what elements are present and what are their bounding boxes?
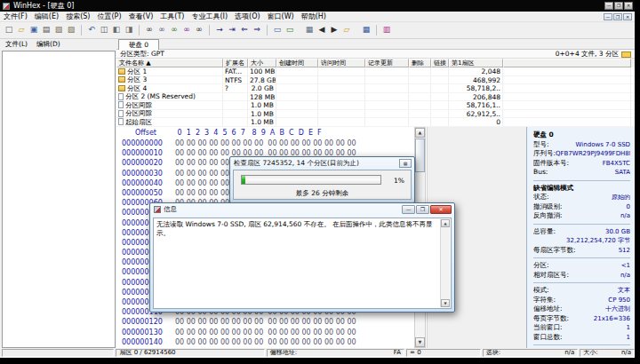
info-value: FB4X5TC (603, 159, 630, 169)
goto-sector-icon[interactable]: ⇥ (226, 24, 238, 36)
info-dialog-scrollbar[interactable]: ▲ ▼ (440, 219, 450, 307)
cell (409, 110, 431, 118)
info-value: 32,212,254,720 字节 (566, 236, 630, 246)
column-header[interactable]: 记录更新 (365, 59, 409, 67)
partition-name: 分区间隙 (125, 101, 152, 109)
goto-offset-icon[interactable]: → (213, 24, 226, 36)
table-row[interactable]: 分区间隙1.0 MB62,912,5.. (116, 110, 635, 119)
info-label: 偏移地址: (533, 305, 563, 314)
column-header[interactable]: 删除 (409, 59, 431, 67)
paste-new-icon[interactable]: ◨ (123, 24, 135, 36)
scroll-down-icon[interactable]: ▼ (415, 337, 425, 347)
hex-row: 00000012000 00 00 00 00 00 00 00 00 00 0… (116, 317, 427, 327)
open-ram-icon[interactable]: ▭ (284, 24, 296, 36)
divider (533, 344, 630, 345)
menu-item[interactable]: 文件(F) (0, 12, 31, 21)
mdi-minimize-button[interactable]: — (604, 13, 612, 20)
prev-window-icon[interactable]: ◀ (316, 24, 328, 36)
open-file-icon[interactable]: ▱ (15, 24, 28, 36)
column-header[interactable]: 第1扇区 (449, 59, 503, 67)
hex-bytes[interactable]: 00 00 00 00 00 00 00 00 00 00 00 00 00 0… (175, 338, 358, 346)
calculator-icon[interactable]: ▦ (360, 24, 372, 36)
folder-icon[interactable] (621, 51, 631, 58)
name-cell: 分区 3 (116, 76, 223, 84)
minimize-button[interactable]: — (604, 2, 613, 10)
maximize-button[interactable]: ❐ (614, 2, 623, 10)
hex-offset: 000000030 (116, 169, 170, 178)
open-disk-icon[interactable]: ▭ (271, 24, 284, 36)
scroll-up-icon[interactable]: ▲ (441, 219, 450, 227)
replace-hex-icon[interactable]: ∞ (180, 24, 193, 36)
cell (276, 101, 318, 109)
find-hex-icon[interactable]: ∞ (168, 24, 180, 36)
cell (431, 118, 449, 126)
new-file-icon[interactable]: □ (3, 24, 15, 36)
mdi-close-button[interactable]: ✕ (623, 13, 632, 20)
menu-item[interactable]: 位置(P) (93, 12, 124, 21)
properties-icon[interactable]: ▧ (52, 24, 65, 36)
column-header[interactable] (503, 59, 631, 67)
info-label: 型号: (533, 140, 549, 150)
tab-hard-disk-0[interactable]: 硬盘 0 (118, 39, 159, 50)
menu-item[interactable]: 选项(O) (231, 12, 264, 21)
mdi-restore-button[interactable]: ❐ (613, 13, 622, 20)
back-icon[interactable]: ⇐ (238, 24, 251, 36)
hex-bytes[interactable]: 00 00 00 00 00 00 00 00 00 00 00 00 00 0… (175, 328, 358, 336)
progress-dialog-title-bar[interactable]: 检查扇区 7245352, 14 个分区(目前为止) (230, 157, 414, 169)
column-header[interactable]: 创建时间 (276, 59, 318, 67)
info-section-header: 硬盘 0 (533, 131, 630, 140)
column-header[interactable]: 扩展名 (223, 59, 248, 67)
table-row[interactable]: 分区 2 (MS Reserved)128 MB206,848 (116, 93, 635, 102)
menu-item[interactable]: 编辑(E) (31, 12, 62, 21)
column-header[interactable]: 链接 (431, 59, 449, 67)
toolbar-separator (209, 25, 210, 36)
info-label: 撤消级别: (533, 202, 563, 212)
table-row[interactable]: 分区间隙1.0 MB58,716,1.. (116, 101, 635, 110)
column-header[interactable]: 大小 (248, 59, 276, 67)
hex-bytes[interactable]: 00 00 00 00 00 00 00 00 00 00 00 00 00 0… (175, 139, 358, 147)
close-button[interactable]: ✕ (624, 2, 633, 10)
forward-icon[interactable]: ⇒ (251, 24, 263, 36)
find-text-icon[interactable]: ∞ (143, 24, 156, 36)
help-book-icon[interactable]: ▥ (380, 24, 393, 36)
find-text-again-icon[interactable]: ∞ (156, 24, 168, 36)
paste-clipboard-icon[interactable]: ◧ (110, 24, 123, 36)
menu-item[interactable]: 窗口(W) (264, 12, 298, 21)
dialog-minimize-button[interactable]: — (402, 205, 415, 214)
menu-item[interactable]: 帮助(H) (298, 12, 330, 21)
hex-bytes[interactable]: 00 00 00 00 00 00 00 00 00 00 00 00 00 0… (175, 318, 358, 326)
directory-browser-icon[interactable]: ▱ (340, 24, 353, 36)
scroll-down-icon[interactable]: ▼ (441, 299, 450, 307)
undo-icon[interactable]: ↶ (85, 24, 98, 36)
scrollbar-thumb[interactable] (415, 138, 425, 172)
dialog-maximize-button[interactable]: ❐ (416, 205, 429, 214)
info-row: 每扇区字节数:512 (533, 246, 630, 256)
table-row[interactable]: 起始扇区1.0 MB0 (116, 118, 635, 127)
scroll-up-icon[interactable]: ▲ (415, 128, 425, 138)
case-menu[interactable]: 文件(L) (5, 40, 28, 50)
menu-item[interactable]: 查看(V) (125, 12, 157, 21)
menu-item[interactable]: 工具(T) (156, 12, 188, 21)
save-icon[interactable]: ▣ (28, 24, 40, 36)
table-row[interactable]: 分区 3NTFS27.8 GB468,992 (116, 76, 635, 85)
progress-dialog-button[interactable]: ▦ (399, 159, 412, 168)
next-window-icon[interactable]: ▶ (328, 24, 340, 36)
table-row[interactable]: 分区 4?2.0 GB58,718,2.. (116, 84, 635, 93)
column-header[interactable]: 文件名称 ▲ (116, 59, 223, 67)
column-header[interactable]: 访问时间 (318, 59, 365, 67)
table-row[interactable]: 分区 1FAT...100 MB2,048 (116, 67, 635, 76)
info-row: 相对扇区号:n/a (533, 271, 630, 281)
menu-item[interactable]: 搜索(S) (62, 12, 93, 21)
info-value: 1 (627, 333, 630, 343)
copy-icon[interactable]: ◫ (98, 24, 110, 36)
print-icon[interactable]: ▤ (40, 24, 52, 36)
menu-item[interactable]: 专业工具(I) (188, 12, 231, 21)
dialog-close-button[interactable]: ✕ (430, 205, 452, 214)
find-again-icon[interactable]: ∞ (193, 24, 205, 36)
info-label: 每扇区字节数: (533, 246, 576, 256)
file-icon (118, 118, 124, 125)
info-dialog-controls: —❐✕ (402, 205, 452, 214)
snapshot-icon[interactable]: ▨ (65, 24, 77, 36)
data-interpreter-icon[interactable]: ▦ (303, 24, 316, 36)
case-menu[interactable]: 编辑(D) (36, 40, 60, 50)
